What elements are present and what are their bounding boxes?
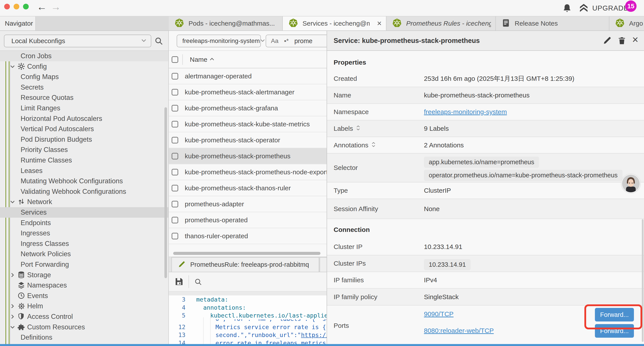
- tab-prometheus-rules-icecheng[interactable]: Prometheus Rules - icecheng...: [386, 16, 496, 30]
- tab-argo-se[interactable]: Argo Se: [609, 16, 644, 30]
- sidebar-item-storage[interactable]: Storage: [0, 270, 168, 280]
- sidebar-item-network[interactable]: Network: [0, 197, 168, 207]
- notifications-bell-icon[interactable]: [562, 3, 572, 14]
- row-checkbox[interactable]: [172, 105, 178, 111]
- forward-button[interactable]: →: [51, 1, 61, 13]
- sidebar-item-services[interactable]: Services: [0, 207, 168, 218]
- port-link[interactable]: 8080:reloader-web/TCP: [424, 327, 494, 335]
- sidebar-item-label: Horizontal Pod Autoscalers: [20, 115, 102, 123]
- chevron-right-icon[interactable]: [10, 272, 15, 278]
- select-all-checkbox[interactable]: [172, 56, 178, 63]
- sort-updown-icon[interactable]: [356, 125, 360, 132]
- chevron-down-icon[interactable]: [10, 324, 15, 330]
- sidebar-search-icon[interactable]: [154, 36, 163, 46]
- table-row[interactable]: kube-prometheus-stack-thanos-ruler: [169, 180, 326, 196]
- chevron-right-icon[interactable]: [10, 314, 15, 320]
- layers-icon: [18, 281, 26, 289]
- sidebar-item-network-policies[interactable]: Network Policies: [0, 249, 168, 259]
- port-link[interactable]: 9090/TCP: [424, 310, 454, 318]
- sidebar-item-resource-quotas[interactable]: Resource Quotas: [0, 92, 168, 103]
- sidebar-item-events[interactable]: Events: [0, 291, 168, 301]
- row-checkbox[interactable]: [172, 73, 178, 79]
- sidebar-item-port-forwarding[interactable]: Port Forwarding: [0, 259, 168, 270]
- tab-pods-icecheng-mathmas[interactable]: Pods - icecheng@mathmas...: [169, 16, 283, 30]
- row-checkbox[interactable]: [172, 217, 178, 223]
- navigator-panel-tab[interactable]: Navigator: [0, 16, 36, 30]
- save-icon[interactable]: [174, 277, 184, 287]
- edit-pencil-icon[interactable]: [603, 36, 612, 46]
- kubeconfig-selector[interactable]: Local Kubeconfigs: [4, 34, 151, 47]
- sidebar-scrollbar[interactable]: [164, 107, 167, 278]
- table-row[interactable]: kube-prometheus-stack-kube-state-metrics: [169, 116, 326, 132]
- name-column-header[interactable]: Name: [190, 56, 207, 63]
- sidebar-item-helm[interactable]: Helm: [0, 301, 168, 311]
- table-row[interactable]: kube-prometheus-stack-grafana: [169, 100, 326, 116]
- table-row[interactable]: alertmanager-operated: [169, 68, 326, 84]
- upgrade-button[interactable]: UPGRADE: [579, 3, 628, 13]
- sidebar-item-endpoints[interactable]: Endpoints: [0, 218, 168, 228]
- sidebar-item-ingresses[interactable]: Ingresses: [0, 228, 168, 239]
- yaml-editor[interactable]: 3metadata:4annotations:5kubectl.kubernet…: [169, 296, 326, 346]
- namespace-selector[interactable]: freeleaps-monitoring-system: [177, 34, 261, 47]
- sidebar-item-priority-classes[interactable]: Priority Classes: [0, 145, 168, 155]
- sidebar-item-config[interactable]: Config: [0, 61, 168, 72]
- row-checkbox[interactable]: [172, 201, 178, 207]
- sidebar-item-access-control[interactable]: Access Control: [0, 311, 168, 322]
- minimize-traffic-light[interactable]: [14, 4, 19, 9]
- table-row[interactable]: kube-prometheus-stack-prometheus: [169, 148, 326, 164]
- table-row[interactable]: prometheus-adapter: [169, 196, 326, 212]
- sidebar-item-definitions[interactable]: Definitions: [0, 332, 168, 343]
- sort-ascending-icon[interactable]: [209, 56, 215, 63]
- tab-release-notes[interactable]: Release Notes: [496, 16, 609, 30]
- sidebar-item-namespaces[interactable]: Namespaces: [0, 280, 168, 291]
- list-filter-input[interactable]: Aa ▪* prome: [266, 34, 326, 47]
- close-traffic-light[interactable]: [4, 4, 10, 9]
- user-avatar[interactable]: [621, 173, 641, 194]
- chevron-down-icon[interactable]: [10, 199, 15, 205]
- match-case-toggle[interactable]: Aa: [271, 37, 278, 44]
- delete-trash-icon[interactable]: [618, 36, 626, 46]
- row-checkbox[interactable]: [172, 89, 178, 95]
- namespace-link[interactable]: freeleaps-monitoring-system: [424, 108, 507, 116]
- row-checkbox[interactable]: [172, 121, 178, 127]
- sidebar-item-runtime-classes[interactable]: Runtime Classes: [0, 155, 168, 166]
- sidebar-item-cron-jobs[interactable]: Cron Jobs: [0, 51, 168, 61]
- sidebar-item-leases[interactable]: Leases: [0, 166, 168, 176]
- chevron-down-icon[interactable]: [10, 64, 15, 69]
- row-checkbox[interactable]: [172, 153, 178, 159]
- row-checkbox[interactable]: [172, 185, 178, 191]
- row-checkbox[interactable]: [172, 137, 178, 143]
- sidebar-item-limit-ranges[interactable]: Limit Ranges: [0, 103, 168, 113]
- back-button[interactable]: ←: [37, 1, 47, 13]
- table-row[interactable]: kube-prometheus-stack-operator: [169, 132, 326, 148]
- regex-toggle[interactable]: ▪*: [284, 37, 289, 44]
- editor-tab-partial[interactable]: [320, 257, 326, 272]
- editor-search-icon[interactable]: [194, 278, 202, 287]
- close-icon[interactable]: ×: [632, 33, 638, 45]
- horizontal-scrollbar[interactable]: [173, 252, 320, 255]
- close-icon[interactable]: ×: [374, 19, 382, 28]
- sort-updown-icon[interactable]: [371, 141, 376, 149]
- sidebar-item-validating-webhook-configurations[interactable]: Validating Webhook Configurations: [0, 186, 168, 197]
- sidebar-item-custom-resources[interactable]: Custom Resources: [0, 322, 168, 333]
- table-row[interactable]: kube-prometheus-stack-alertmanager: [169, 84, 326, 100]
- sidebar-item-ingress-classes[interactable]: Ingress Classes: [0, 239, 168, 249]
- sidebar-item-pod-disruption-budgets[interactable]: Pod Disruption Budgets: [0, 134, 168, 145]
- table-row[interactable]: kube-prometheus-stack-prometheus-node-ex…: [169, 164, 326, 180]
- sidebar-item-config-maps[interactable]: Config Maps: [0, 72, 168, 82]
- row-checkbox[interactable]: [172, 169, 178, 175]
- editor-line-text: second.","runbook_url":"https://net: [216, 332, 326, 338]
- chevron-right-icon[interactable]: [10, 303, 15, 309]
- sidebar-item-secrets[interactable]: Secrets: [0, 82, 168, 93]
- sidebar-item-horizontal-pod-autoscalers[interactable]: Horizontal Pod Autoscalers: [0, 113, 168, 124]
- notification-count-badge[interactable]: 15: [625, 0, 636, 12]
- sidebar-item-vertical-pod-autoscalers[interactable]: Vertical Pod Autoscalers: [0, 124, 168, 134]
- editor-tab-prometheusrule[interactable]: PrometheusRule: freeleaps-prod-rabbitmq: [172, 257, 319, 272]
- row-checkbox[interactable]: [172, 233, 178, 239]
- sidebar-item-mutating-webhook-configurations[interactable]: Mutating Webhook Configurations: [0, 176, 168, 186]
- editor-url-link[interactable]: https://net: [301, 332, 326, 338]
- maximize-traffic-light[interactable]: [23, 4, 29, 9]
- table-row[interactable]: prometheus-operated: [169, 212, 326, 228]
- table-row[interactable]: thanos-ruler-operated: [169, 228, 326, 244]
- tab-services-icecheng-math[interactable]: Services - icecheng@math...×: [283, 16, 386, 30]
